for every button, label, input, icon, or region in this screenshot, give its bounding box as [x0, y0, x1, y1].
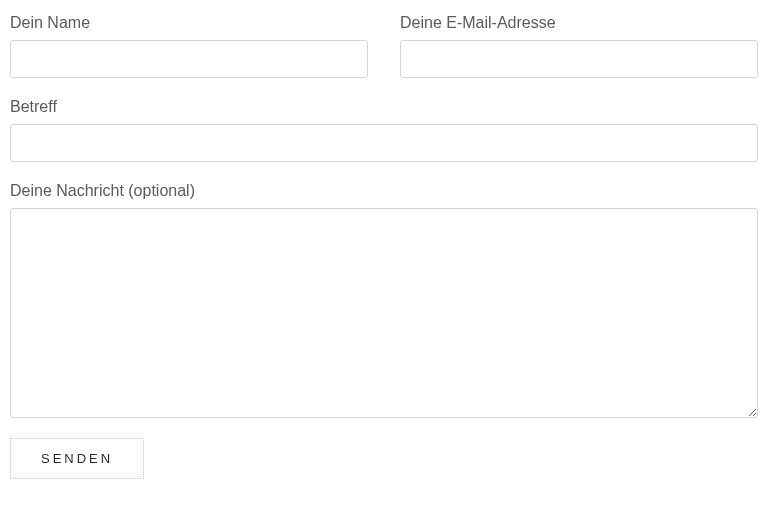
- email-field-group: Deine E-Mail-Adresse: [400, 14, 758, 78]
- name-input[interactable]: [10, 40, 368, 78]
- name-label: Dein Name: [10, 14, 368, 32]
- submit-wrap: Senden: [10, 438, 758, 479]
- subject-input[interactable]: [10, 124, 758, 162]
- subject-field-group: Betreff: [10, 98, 758, 162]
- contact-form: Dein Name Deine E-Mail-Adresse Betreff D…: [10, 14, 758, 479]
- email-input[interactable]: [400, 40, 758, 78]
- message-field-group: Deine Nachricht (optional): [10, 182, 758, 418]
- email-label: Deine E-Mail-Adresse: [400, 14, 758, 32]
- row-name-email: Dein Name Deine E-Mail-Adresse: [10, 14, 758, 78]
- name-field-group: Dein Name: [10, 14, 368, 78]
- message-textarea[interactable]: [10, 208, 758, 418]
- submit-button[interactable]: Senden: [10, 438, 144, 479]
- subject-label: Betreff: [10, 98, 758, 116]
- message-label: Deine Nachricht (optional): [10, 182, 758, 200]
